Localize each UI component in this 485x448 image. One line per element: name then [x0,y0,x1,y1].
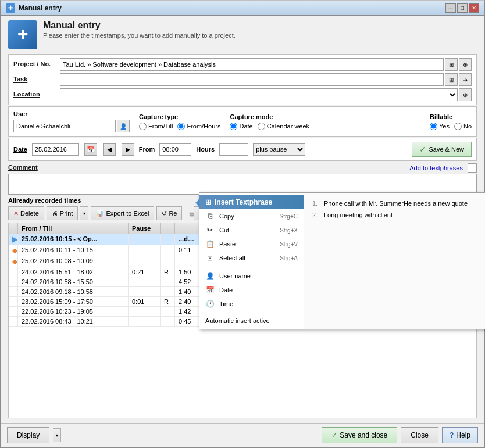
row-col3: R [161,297,175,306]
comment-textarea[interactable] [8,174,477,195]
task-input[interactable] [60,73,444,86]
capture-from-hours[interactable]: From/Hours [177,123,220,130]
textphrase-item-2[interactable]: 2. Long meeting with client [309,209,485,221]
ctx-paste[interactable]: 📋 Paste Strg+V [199,237,304,251]
ctx-username[interactable]: 👤 User name [199,269,304,283]
row-col3 [161,287,175,296]
project-label: Project / No. [13,60,60,67]
project-add-btn[interactable]: ⊕ [459,58,472,71]
row-col3 [161,317,175,326]
from-input[interactable] [159,143,191,156]
row-col4: 0:45 [175,317,201,326]
refresh-icon: ↺ [162,210,167,217]
row-datetime: 23.02.2016 15:09 - 17:50 [18,297,129,306]
row-indicator [9,317,18,326]
user-section-label: User [13,110,130,117]
export-icon: 📊 [96,210,104,217]
bottom-bar: Display ▾ ✓ Save and close Close ? Help [1,423,484,447]
row-datetime: 24.02.2016 10:58 - 15:50 [18,277,129,286]
export-button[interactable]: 📊 Export to Excel [91,206,154,220]
row-indicator: ◆ [9,256,18,267]
close-button[interactable]: Close [401,427,438,443]
task-label: Task [13,76,60,83]
task-add-btn[interactable]: ➜ [459,73,472,86]
textphrase-item-1[interactable]: 1. Phone call with Mr. SummerHe needs a … [309,198,485,209]
hours-label: Hours [196,146,215,153]
main-window: ✚ Manual entry ─ □ ✕ ✚ Manual entry Plea… [0,0,485,448]
app-icon: ✚ [6,3,15,13]
print-button[interactable]: 🖨 Print [47,206,79,220]
display-dropdown-btn[interactable]: ▾ [53,428,61,442]
billable-no[interactable]: No [454,123,472,130]
row-pause: 0:01 [129,297,161,306]
ctx-cut[interactable]: ✂ Cut Strg+X [199,223,304,237]
location-select[interactable] [60,88,458,101]
from-label: From [139,146,155,153]
title-bar: ✚ Manual entry ─ □ ✕ [1,1,484,16]
row-col4: 0:11 [175,245,201,256]
ctx-select-all[interactable]: ⊡ Select all Strg+A [199,251,304,265]
play-icon: ▶ [12,235,18,243]
help-button[interactable]: ? Help [442,427,478,443]
print-dropdown-btn[interactable]: ▾ [80,206,88,220]
row-datetime: 22.02.2016 10:23 - 19:05 [18,307,129,316]
maximize-button[interactable]: □ [457,3,468,13]
billable-yes[interactable]: Yes [430,123,450,130]
ctx-date[interactable]: 📅 Date [199,283,304,297]
row-indicator [9,267,18,277]
display-bottom-button[interactable]: Display [7,427,49,443]
row-col3 [161,234,175,245]
calendar-btn[interactable]: 📅 [84,143,97,156]
time-icon: 🕐 [205,299,215,309]
delete-button[interactable]: ✕ Delete [8,206,44,220]
row-datetime: 22.02.2016 08:43 - 10:21 [18,317,129,326]
date-input[interactable] [32,143,79,156]
delete-icon: ✕ [13,210,19,217]
save-new-icon: ✓ [419,145,426,154]
capture-date[interactable]: Date [230,123,252,130]
ctx-auto-insert[interactable]: Automatic insert active [199,315,304,327]
minimize-button[interactable]: ─ [445,3,456,13]
task-browse-btn[interactable]: ⊞ [445,73,458,86]
row-indicator [9,307,18,316]
ctx-separator2 [199,313,304,313]
ctx-copy[interactable]: ⎘ Copy Strg+C [199,209,304,223]
textphrases-checkbox[interactable] [468,163,477,173]
row-datetime: 25.02.2016 10:08 - 10:09 [18,256,129,267]
save-new-button[interactable]: ✓ Save & New [412,142,472,157]
row-col3: R [161,267,175,277]
context-menu: ⊞ Insert Textphrase ⎘ Copy Strg+C ✂ Cut … [199,192,485,329]
th-col4 [175,223,201,234]
row-indicator [9,287,18,296]
context-menu-header: ⊞ Insert Textphrase [199,195,304,209]
prev-date-btn[interactable]: ◀ [103,143,116,156]
refresh-button[interactable]: ↺ Re [156,206,182,220]
add-textphrases-link[interactable]: Add to textphrases [409,164,463,171]
th-indicator [9,223,18,234]
th-pause: Pause [129,223,161,234]
pause-select[interactable]: plus pause minus pause [253,143,305,156]
date-icon: 📅 [205,285,215,295]
user-input[interactable] [13,120,116,132]
location-add-btn[interactable]: ⊕ [459,88,472,101]
hours-input[interactable] [219,143,248,156]
save-close-button[interactable]: ✓ Save and close [322,427,397,443]
close-window-button[interactable]: ✕ [469,3,479,13]
window-title: Manual entry [19,4,445,12]
ctx-time[interactable]: 🕐 Time [199,297,304,311]
project-browse-btn[interactable]: ⊞ [445,58,458,71]
user-browse-btn[interactable]: 👤 [117,120,130,132]
row-indicator: ▶ [9,234,18,245]
row-pause [129,256,161,267]
row-col4: 1:40 [175,287,201,296]
row-pause: 0:21 [129,267,161,277]
project-input[interactable] [60,58,444,71]
capture-from-till[interactable]: From/Till [139,123,173,130]
cut-icon: ✂ [205,225,215,235]
next-date-btn[interactable]: ▶ [122,143,134,156]
comment-label: Comment [8,164,38,171]
page-subtitle: Please enter the timestamps, you want to… [43,32,236,39]
row-pause [129,245,161,256]
capture-calendar-week[interactable]: Calendar week [258,123,309,130]
capture-type-label: Capture type [139,113,220,120]
